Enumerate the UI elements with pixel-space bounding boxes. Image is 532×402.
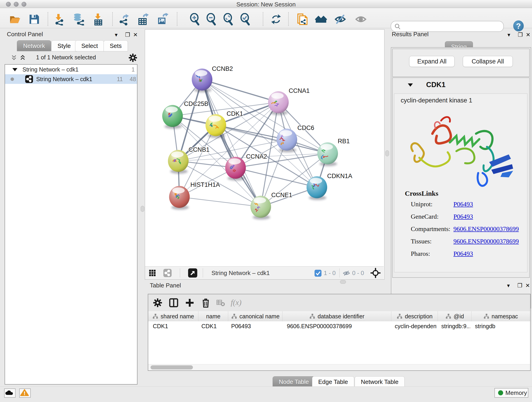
network-node-CDC25B[interactable] [162, 105, 183, 129]
control-panel-close-icon[interactable]: ✕ [132, 32, 139, 38]
column-type-icon [231, 313, 237, 319]
tab-sets[interactable]: Sets [104, 40, 128, 51]
import-database-icon[interactable] [72, 13, 85, 26]
zoom-fit-icon[interactable] [222, 13, 234, 26]
node-label-CCNA1: CCNA1 [289, 87, 310, 94]
column-header-canonical-name[interactable]: canonical name [228, 311, 283, 321]
cloud-icon [5, 389, 14, 396]
toolbar-separator [263, 12, 263, 26]
network-edge-CCNA2-CDKN1A[interactable] [235, 168, 317, 187]
crosslink-tissues-link[interactable]: 9606.ENSP00000378699 [453, 238, 519, 245]
import-table-icon[interactable] [92, 13, 104, 26]
tab-network-table[interactable]: Network Table [355, 376, 405, 387]
table-horizontal-scrollbar[interactable] [148, 364, 530, 370]
network-options-gear-icon[interactable] [128, 53, 138, 62]
crosslink-pharos-link[interactable]: P06493 [453, 250, 473, 257]
network-node-CCNB1[interactable] [168, 150, 189, 174]
crosslink-uniprot-link[interactable]: P06493 [453, 201, 473, 208]
grid-view-icon[interactable] [149, 269, 156, 277]
function-builder-icon-disabled[interactable]: f(x) [231, 298, 251, 308]
network-canvas[interactable]: CCNB2CCNA1CDC25BCDK1CDC6RB1CCNB1CCNA2HIS… [145, 30, 384, 266]
export-image-icon[interactable] [156, 13, 169, 26]
network-edge-CCNB2-CCNA1[interactable] [202, 80, 278, 102]
cell-database-identifier: 9606.ENSP00000378699 [282, 321, 391, 331]
network-node-CCNA2[interactable] [225, 157, 246, 181]
detach-view-icon[interactable] [188, 268, 197, 278]
collection-expander-icon[interactable] [12, 68, 17, 71]
show-all-networks-icon[interactable] [315, 13, 327, 26]
node-label-CDC25B: CDC25B [184, 100, 209, 107]
node-label-CCNE1: CCNE1 [271, 191, 292, 198]
network-share-view-icon[interactable] [163, 269, 172, 277]
hidden-eye-slash-icon[interactable] [342, 270, 350, 277]
gene-header-row[interactable]: CDK1 [393, 78, 529, 93]
cell-description: cyclin-dependent ... [391, 321, 437, 331]
table-panel-float-icon[interactable]: ❐ [516, 282, 523, 288]
horizontal-splitter-handle[interactable] [340, 280, 346, 284]
zoom-out-icon[interactable] [205, 13, 218, 26]
save-session-icon[interactable] [28, 13, 40, 26]
refresh-icon[interactable] [270, 13, 282, 26]
column-header-namespace[interactable]: namespace [471, 311, 530, 321]
results-panel-menu-icon[interactable]: ▾ [505, 32, 512, 38]
network-icon [25, 75, 33, 83]
table-options-gear-icon[interactable] [152, 298, 163, 308]
network-node-CDKN1A[interactable] [307, 176, 327, 200]
column-header-name[interactable]: name [198, 311, 228, 321]
hide-selected-icon[interactable] [334, 13, 346, 26]
warnings-button[interactable] [19, 389, 31, 398]
add-column-icon[interactable] [184, 298, 195, 308]
search-field[interactable] [403, 22, 500, 30]
network-node-CCNA1[interactable] [268, 91, 289, 115]
tab-network[interactable]: Network [17, 40, 51, 51]
zoom-in-icon[interactable] [189, 13, 201, 26]
table-panel-close-icon[interactable]: ✕ [524, 282, 531, 288]
crosshair-icon[interactable] [370, 268, 380, 278]
tab-edge-table[interactable]: Edge Table [312, 376, 354, 387]
network-edge-HIST1H1A-CCNE1[interactable] [179, 197, 261, 207]
network-node-CDC6[interactable] [277, 128, 297, 153]
control-panel-menu-icon[interactable]: ▾ [113, 32, 120, 38]
table-row[interactable]: CDK1 CDK1 P06493 9606.ENSP00000378699 cy… [148, 321, 530, 331]
selected-checkbox-icon[interactable] [315, 270, 322, 277]
scrollbar-thumb[interactable] [151, 365, 193, 370]
network-row-selected[interactable]: String Network – cdk1 11 48 [5, 74, 137, 84]
vertical-splitter-handle[interactable] [385, 150, 389, 156]
network-node-CCNE1[interactable] [250, 196, 271, 220]
zoom-selected-icon[interactable] [239, 13, 252, 26]
collapse-all-button[interactable]: Collapse All [463, 56, 513, 67]
column-header-id[interactable]: @id [438, 311, 472, 321]
table-panel-menu-icon[interactable]: ▾ [505, 282, 512, 288]
toolbar-separator [112, 12, 113, 26]
open-session-icon[interactable] [9, 13, 21, 26]
show-columns-icon[interactable] [168, 298, 179, 308]
cloud-status-button[interactable] [4, 389, 16, 398]
tab-style[interactable]: Style [51, 40, 77, 51]
memory-button[interactable]: Memory [494, 388, 528, 398]
network-collection-row[interactable]: String Network – cdk1 1 [5, 65, 137, 74]
table-panel: Table Panel ▾ ❐ ✕ [145, 281, 532, 386]
export-table-icon[interactable] [137, 13, 149, 26]
results-panel-close-icon[interactable]: ✕ [525, 32, 532, 38]
crosslink-compartments-link[interactable]: 9606.ENSP00000378699 [453, 225, 519, 233]
crosslink-genecard-link[interactable]: P06493 [453, 213, 473, 220]
gene-expander-icon[interactable] [408, 83, 413, 87]
import-network-icon[interactable] [53, 13, 65, 26]
network-node-CDK1[interactable] [206, 114, 226, 138]
copy-network-icon[interactable] [296, 13, 308, 26]
tab-select[interactable]: Select [75, 40, 104, 51]
clear-table-icon-disabled[interactable] [216, 298, 225, 308]
vertical-splitter-handle[interactable] [141, 206, 144, 212]
column-header-description[interactable]: description [391, 311, 438, 321]
column-header-database-identifier[interactable]: database identifier [282, 311, 391, 321]
expand-all-button[interactable]: Expand All [409, 56, 455, 67]
show-hidden-icon[interactable] [355, 13, 367, 26]
network-node-HIST1H1A[interactable] [169, 186, 190, 210]
delete-column-icon[interactable] [201, 298, 211, 308]
column-header-shared-name[interactable]: shared name [148, 311, 198, 321]
tab-node-table[interactable]: Node Table [273, 376, 315, 387]
network-node-RB1[interactable] [317, 142, 338, 166]
export-network-icon[interactable] [118, 13, 130, 26]
results-panel-float-icon[interactable]: ❐ [517, 32, 524, 38]
control-panel-float-icon[interactable]: ❐ [124, 32, 131, 38]
